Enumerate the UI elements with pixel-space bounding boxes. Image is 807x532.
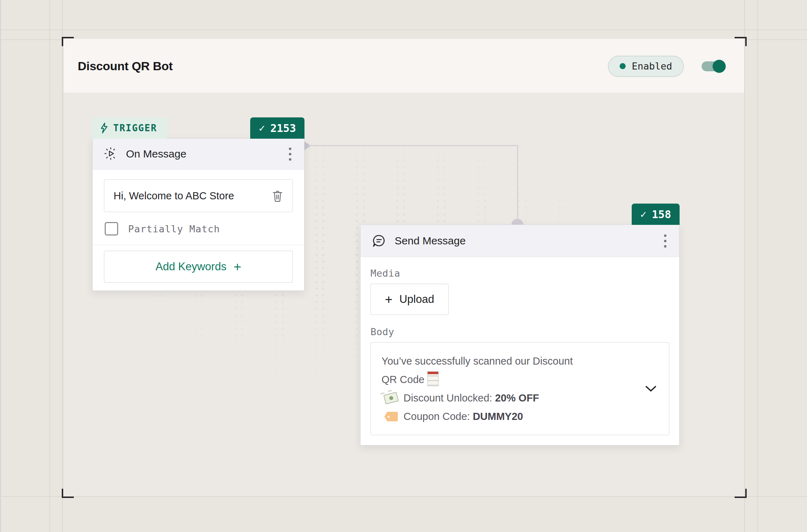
body-text-segment: Discount Unlocked: — [401, 392, 495, 404]
guide-line-vertical — [757, 0, 758, 532]
lightning-icon — [99, 122, 109, 134]
trigger-node[interactable]: TRIGGER ✓ 2153 On Message Hi, Welcome to… — [92, 138, 304, 291]
trigger-badge-label: TRIGGER — [113, 123, 157, 133]
selection-corner — [62, 489, 74, 498]
tag-emoji — [384, 412, 398, 421]
status-dot-icon — [620, 63, 626, 69]
trigger-badge: TRIGGER — [92, 117, 167, 139]
keyword-value: Hi, Welcome to ABC Store — [114, 190, 234, 202]
partially-match-row: Partially Match — [105, 222, 292, 235]
partially-match-checkbox[interactable] — [105, 222, 118, 235]
kebab-menu-icon[interactable] — [287, 145, 293, 163]
check-icon: ✓ — [259, 123, 265, 133]
page-title: Discount QR Bot — [78, 59, 172, 73]
add-keywords-label: Add Keywords — [155, 260, 226, 273]
plus-icon: + — [234, 260, 241, 273]
body-text-line: Coupon Code: DUMMY20 — [381, 407, 635, 426]
selection-corner — [62, 37, 74, 46]
status-badge-label: Enabled — [632, 61, 672, 72]
body-text-segment: DUMMY20 — [473, 411, 523, 422]
upload-label: Upload — [399, 293, 434, 306]
guide-line-vertical — [62, 0, 63, 532]
body-text-segment: QR Code — [381, 374, 424, 385]
bot-header: Discount QR Bot Enabled — [64, 39, 744, 93]
money-emoji — [383, 392, 399, 404]
plus-icon: + — [385, 293, 393, 306]
section-divider — [93, 245, 304, 245]
media-label: Media — [370, 268, 669, 279]
connector-line — [309, 145, 518, 146]
trash-icon[interactable] — [272, 189, 283, 202]
body-text-segment: Coupon Code: — [401, 411, 473, 422]
receipt-emoji — [427, 371, 439, 386]
trigger-count-badge: ✓ 2153 — [250, 117, 304, 139]
trigger-node-title: On Message — [126, 148, 186, 160]
message-node-title: Send Message — [395, 235, 466, 247]
trigger-count-value: 2153 — [270, 122, 296, 134]
chat-bubble-icon — [371, 233, 387, 249]
chevron-down-icon[interactable] — [645, 385, 657, 392]
send-message-node[interactable]: ✓ 158 Send Message Media + Upload Body — [360, 225, 680, 445]
body-text-line: Discount Unlocked: 20% OFF — [381, 389, 635, 407]
guide-line-horizontal — [0, 29, 807, 30]
trigger-node-content: Hi, Welcome to ABC Store Partially Match… — [93, 170, 304, 290]
body-label: Body — [370, 326, 669, 337]
partially-match-label: Partially Match — [128, 223, 220, 234]
message-count-value: 158 — [652, 208, 671, 221]
keyword-input[interactable]: Hi, Welcome to ABC Store — [104, 179, 293, 212]
body-text-segment: 20% OFF — [495, 392, 539, 404]
status-badge: Enabled — [608, 56, 684, 77]
burst-play-icon — [103, 146, 118, 161]
check-icon: ✓ — [640, 209, 646, 220]
message-node-header[interactable]: Send Message — [361, 225, 679, 257]
message-body-editor[interactable]: You’ve successfully scanned our Discount… — [370, 342, 669, 435]
selection-corner — [735, 37, 747, 46]
enabled-toggle[interactable] — [702, 61, 723, 71]
message-count-badge: ✓ 158 — [632, 204, 680, 225]
body-text-line: QR Code — [381, 370, 635, 389]
guide-line-vertical — [49, 0, 50, 532]
upload-button[interactable]: + Upload — [370, 284, 449, 315]
body-text-segment: You’ve successfully scanned our Discount — [381, 355, 573, 367]
panel-edge-line — [0, 0, 1, 532]
toggle-knob — [713, 60, 726, 73]
message-node-content: Media + Upload Body You’ve successfully … — [361, 257, 679, 445]
flow-canvas: Discount QR Bot Enabled TRIGGER ✓ 2153 — [0, 0, 807, 532]
connector-line — [517, 145, 518, 225]
selection-corner — [735, 489, 747, 498]
body-text-line: You’ve successfully scanned our Discount — [381, 352, 635, 370]
trigger-node-header[interactable]: On Message — [93, 139, 304, 170]
kebab-menu-icon[interactable] — [662, 232, 669, 250]
add-keywords-button[interactable]: Add Keywords + — [104, 251, 293, 283]
